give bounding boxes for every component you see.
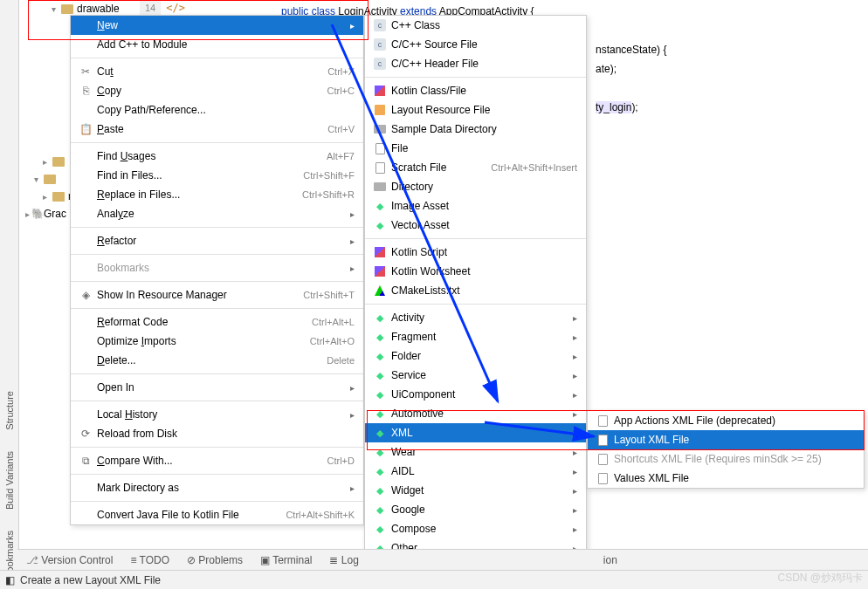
chevron-right-icon: ▸ — [350, 209, 355, 219]
menu-item-label: Delete... — [93, 354, 327, 366]
menu-item-copy[interactable]: ⎘CopyCtrl+C — [71, 81, 363, 100]
menu-item-find-usages[interactable]: Find UsagesAlt+F7 — [71, 147, 363, 166]
menu-item-copy-path-reference[interactable]: Copy Path/Reference... — [71, 100, 363, 120]
menu-item-service[interactable]: ◆Service▸ — [365, 366, 586, 385]
menu-item-label: AIDL — [388, 465, 573, 477]
menu-item-show-in-resource-manager[interactable]: ◈Show In Resource ManagerCtrl+Shift+T — [71, 285, 363, 305]
folder-icon — [44, 175, 56, 184]
shortcut-text: Ctrl+Shift+F — [303, 170, 355, 181]
menu-item-label: Fragment — [388, 331, 573, 343]
menu-item-label: Automotive — [388, 408, 573, 420]
menu-item-label: Mark Directory as — [93, 482, 350, 494]
menu-item-mark-directory-as[interactable]: Mark Directory as▸ — [71, 478, 363, 497]
shortcut-text: Delete — [327, 355, 355, 366]
menu-item-vector-asset[interactable]: ◆Vector Asset — [365, 216, 586, 235]
menu-item-app-actions-xml-file-deprecated[interactable]: App Actions XML File (deprecated) — [588, 411, 864, 430]
chevron-right-icon: ▸ — [40, 192, 49, 202]
menu-item-open-in[interactable]: Open In▸ — [71, 378, 363, 397]
menu-item-widget[interactable]: ◆Widget▸ — [365, 481, 586, 500]
menu-item-cut[interactable]: ✂CutCtrl+X — [71, 62, 363, 81]
menu-item-compose[interactable]: ◆Compose▸ — [365, 519, 586, 538]
menu-item-label: Find Usages — [93, 150, 327, 162]
shortcut-text: Ctrl+Alt+O — [310, 336, 355, 346]
menu-item-reload-from-disk[interactable]: ⟳Reload from Disk — [71, 424, 363, 443]
menu-item-label: Paste — [93, 123, 327, 135]
folder-icon — [52, 192, 65, 202]
menu-item-cmakelists-txt[interactable]: CMakeLists.txt — [365, 281, 586, 300]
c-icon: c — [372, 19, 388, 31]
folder-icon — [61, 4, 73, 14]
shortcut-text: Ctrl+Alt+Shift+Insert — [491, 162, 577, 173]
tab-terminal[interactable]: ▣ Terminal — [260, 554, 312, 566]
menu-item-xml[interactable]: ◆XML▸ — [365, 423, 586, 442]
menu-item-values-xml-file[interactable]: Values XML File — [588, 469, 864, 488]
status-text: Create a new Layout XML File — [20, 574, 161, 586]
tab-build-variants[interactable]: Build Variants — [2, 441, 17, 520]
bottom-toolbar: ⎇ Version Control ≡ TODO ⊘ Problems ▣ Te… — [17, 549, 868, 570]
menu-item-c-c-source-file[interactable]: cC/C++ Source File — [365, 35, 586, 54]
menu-item-bookmarks: Bookmarks▸ — [71, 258, 363, 277]
menu-item-file[interactable]: File — [365, 139, 586, 158]
shortcut-text: Ctrl+D — [327, 455, 355, 466]
menu-item-scratch-file[interactable]: Scratch FileCtrl+Alt+Shift+Insert — [365, 158, 586, 177]
menu-item-replace-in-files[interactable]: Replace in Files...Ctrl+Shift+R — [71, 185, 363, 204]
menu-item-kotlin-class-file[interactable]: Kotlin Class/File — [365, 81, 586, 100]
menu-item-google[interactable]: ◆Google▸ — [365, 500, 586, 519]
menu-item-layout-xml-file[interactable]: Layout XML File — [588, 430, 864, 449]
menu-item-label: Copy Path/Reference... — [93, 104, 355, 116]
menu-item-image-asset[interactable]: ◆Image Asset — [365, 196, 586, 216]
menu-item-paste[interactable]: 📋PasteCtrl+V — [71, 120, 363, 139]
menu-item-convert-java-file-to-kotlin-file[interactable]: Convert Java File to Kotlin FileCtrl+Alt… — [71, 505, 363, 524]
menu-item-aidl[interactable]: ◆AIDL▸ — [365, 462, 586, 481]
partial-text: ion — [603, 554, 617, 566]
menu-item-compare-with[interactable]: ⧉Compare With...Ctrl+D — [71, 451, 363, 470]
menu-item-label: Compose — [388, 523, 573, 535]
tree-label: drawable — [77, 3, 120, 15]
shortcut-text: Ctrl+X — [327, 66, 355, 77]
menu-item-reformat-code[interactable]: Reformat CodeCtrl+Alt+L — [71, 312, 363, 332]
menu-item-label: Kotlin Class/File — [388, 85, 577, 97]
menu-item-sample-data-directory[interactable]: Sample Data Directory — [365, 120, 586, 139]
menu-item-kotlin-script[interactable]: Kotlin Script — [365, 243, 586, 262]
xml-submenu: App Actions XML File (deprecated)Layout … — [587, 410, 865, 489]
menu-item-label: Find in Files... — [93, 169, 303, 181]
menu-item-label: Values XML File — [610, 472, 855, 484]
menu-item-wear[interactable]: ◆Wear▸ — [365, 442, 586, 462]
menu-item-label: CMakeLists.txt — [388, 284, 577, 297]
menu-item-find-in-files[interactable]: Find in Files...Ctrl+Shift+F — [71, 166, 363, 185]
menu-item-fragment[interactable]: ◆Fragment▸ — [365, 327, 586, 346]
chevron-right-icon: ▸ — [573, 428, 577, 438]
menu-item-activity[interactable]: ◆Activity▸ — [365, 308, 586, 327]
menu-item-optimize-imports[interactable]: Optimize ImportsCtrl+Alt+O — [71, 332, 363, 351]
android-icon: ◆ — [372, 220, 388, 231]
menu-item-c-class[interactable]: cC++ Class — [365, 16, 586, 35]
tab-problems[interactable]: ⊘ Problems — [187, 554, 243, 566]
menu-item-label: File — [388, 142, 577, 154]
menu-item-add-c-to-module[interactable]: Add C++ to Module — [71, 35, 363, 54]
chevron-right-icon: ▸ — [350, 264, 355, 273]
menu-item-new[interactable]: New▸ — [71, 16, 363, 35]
menu-item-analyze[interactable]: Analyze▸ — [71, 204, 363, 223]
menu-item-label: Compare With... — [93, 455, 327, 467]
menu-item-refactor[interactable]: Refactor▸ — [71, 231, 363, 250]
tab-log[interactable]: ≣ Log — [329, 554, 358, 566]
menu-item-label: Copy — [93, 85, 327, 97]
tab-version-control[interactable]: ⎇ Version Control — [26, 554, 113, 566]
chevron-down-icon: ▾ — [49, 4, 58, 14]
menu-item-c-c-header-file[interactable]: cC/C++ Header File — [365, 54, 586, 73]
android-icon: ◆ — [372, 312, 388, 324]
menu-item-label: Bookmarks — [93, 262, 350, 274]
chevron-right-icon: ▸ — [573, 313, 577, 323]
menu-item-layout-resource-file[interactable]: Layout Resource File — [365, 100, 586, 120]
⎘-icon: ⎘ — [78, 85, 93, 97]
tab-structure[interactable]: Structure — [2, 380, 17, 441]
menu-item-folder[interactable]: ◆Folder▸ — [365, 346, 586, 366]
chevron-right-icon: ▸ — [573, 505, 577, 515]
menu-item-delete[interactable]: Delete...Delete — [71, 351, 363, 370]
menu-item-kotlin-worksheet[interactable]: Kotlin Worksheet — [365, 262, 586, 281]
tab-todo[interactable]: ≡ TODO — [130, 554, 169, 566]
menu-item-automotive[interactable]: ◆Automotive▸ — [365, 404, 586, 423]
menu-item-local-history[interactable]: Local History▸ — [71, 405, 363, 424]
menu-item-uicomponent[interactable]: ◆UiComponent▸ — [365, 385, 586, 404]
menu-item-directory[interactable]: Directory — [365, 177, 586, 196]
